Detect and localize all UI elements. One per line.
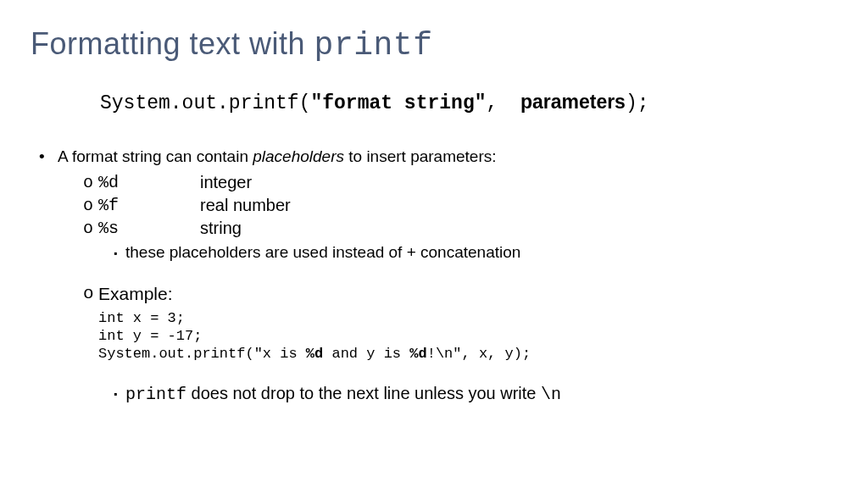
code-seg-bold: %d — [306, 346, 323, 362]
placeholder-list: o %d integer o %f real number o %s strin… — [83, 171, 837, 240]
final-mid: does not drop to the next line unless yo… — [186, 384, 541, 402]
intro-bullet: • A format string can contain placeholde… — [39, 146, 837, 168]
final-note: ▪ printf does not drop to the next line … — [114, 382, 837, 406]
example-code: int x = 3; int y = -17; System.out.print… — [98, 309, 837, 363]
final-note-text: printf does not drop to the next line un… — [125, 382, 561, 406]
intro-post: to insert parameters: — [344, 147, 497, 165]
sub-bullet-o: o — [83, 282, 98, 306]
code-line: int y = -17; — [98, 327, 837, 345]
square-bullet-icon: ▪ — [114, 382, 125, 406]
final-code2: \n — [541, 385, 561, 404]
code-seg: and y is — [323, 346, 409, 362]
code-seg: System.out.printf("x is — [98, 346, 306, 362]
placeholder-note: ▪ these placeholders are used instead of… — [114, 241, 837, 263]
placeholder-note-text: these placeholders are used instead of +… — [125, 241, 520, 263]
syntax-p2: "format string" — [310, 92, 486, 114]
square-bullet-icon: ▪ — [114, 241, 125, 263]
sub-bullet-o: o — [83, 217, 98, 240]
placeholder-desc: string — [200, 217, 242, 240]
title-code: printf — [314, 27, 433, 64]
placeholder-code: %d — [98, 171, 200, 194]
code-line: System.out.printf("x is %d and y is %d!\… — [98, 345, 837, 363]
syntax-p1: System.out.printf( — [100, 92, 310, 114]
title-prefix: Formatting text with — [31, 26, 314, 61]
syntax-usage: System.out.printf("format string", param… — [100, 89, 837, 117]
sub-bullet-o: o — [83, 194, 98, 217]
placeholder-code: %s — [98, 217, 200, 240]
syntax-p4: parameters — [520, 91, 626, 113]
placeholder-desc: real number — [200, 194, 291, 217]
example-header: o Example: — [83, 282, 837, 306]
code-seg: !\n", x, y); — [427, 346, 531, 362]
syntax-p5: ); — [626, 92, 649, 114]
code-seg-bold: %d — [409, 346, 426, 362]
placeholder-code: %f — [98, 194, 200, 217]
placeholder-desc: integer — [200, 171, 252, 194]
example-label: Example: — [98, 282, 173, 306]
final-code1: printf — [125, 385, 186, 404]
bullet-dot-icon: • — [39, 146, 58, 168]
syntax-p3: , — [487, 92, 510, 114]
intro-em: placeholders — [253, 147, 344, 165]
intro-text: A format string can contain placeholders… — [58, 146, 497, 168]
code-line: int x = 3; — [98, 309, 837, 327]
intro-pre: A format string can contain — [58, 147, 253, 165]
slide-title: Formatting text with printf — [31, 24, 837, 67]
sub-bullet-o: o — [83, 171, 98, 194]
placeholder-row: o %f real number — [83, 194, 837, 217]
placeholder-row: o %s string — [83, 217, 837, 240]
placeholder-row: o %d integer — [83, 171, 837, 194]
